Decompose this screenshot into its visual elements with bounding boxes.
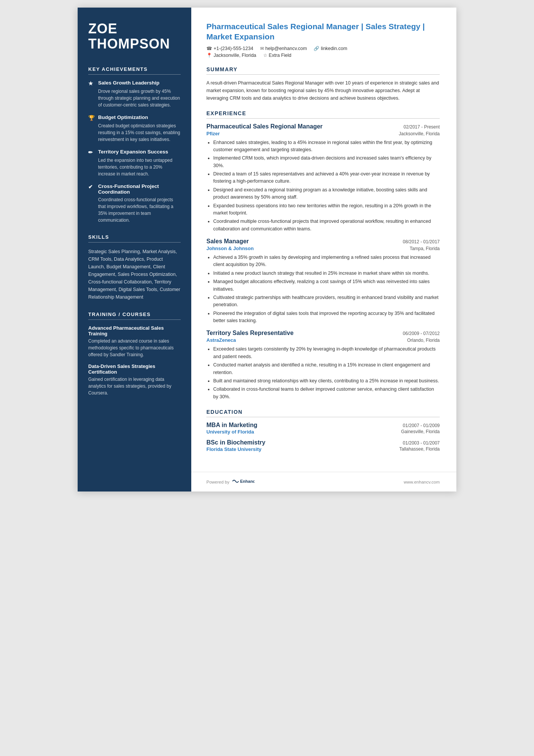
edu-school-1: University of Florida	[206, 429, 254, 435]
exp-bullets-2: Achieved a 35% growth in sales by develo…	[206, 254, 440, 324]
check-icon: ✔	[88, 184, 95, 190]
exp-title-3: Territory Sales Representative	[206, 330, 294, 337]
training-title: TRAINING / COURSES	[88, 311, 181, 320]
svg-text:Enhancv: Enhancv	[240, 479, 255, 484]
edu-location-2: Tallahassee, Florida	[399, 446, 440, 452]
exp-date-2: 08/2012 - 01/2017	[403, 239, 440, 244]
training-desc-1: Completed an advanced course in sales me…	[88, 338, 181, 358]
edu-date-1: 01/2007 - 01/2009	[403, 423, 440, 428]
bullet-1-5: Expanded business operations into two ne…	[213, 202, 440, 217]
edu-school-2: Florida State University	[206, 446, 261, 452]
exp-sub-1: Pfizer Jacksonville, Florida	[206, 131, 440, 136]
edu-degree-1: MBA in Marketing	[206, 422, 258, 429]
achievements-section: KEY ACHIEVEMENTS ★ Sales Growth Leadersh…	[88, 66, 181, 224]
bullet-2-4: Cultivated strategic partnerships with h…	[213, 294, 440, 309]
contact-row-2: 📍 Jacksonville, Florida ☆ Extra Field	[206, 53, 440, 58]
contact-phone-text: +1-(234)-555-1234	[214, 46, 253, 51]
exp-title-2: Sales Manager	[206, 238, 249, 245]
bullet-2-5: Pioneered the integration of digital sal…	[213, 310, 440, 325]
training-title-1: Advanced Pharmaceutical Sales Training	[88, 325, 181, 337]
exp-title-1: Pharmaceutical Sales Regional Manager	[206, 123, 323, 130]
training-item-1: Advanced Pharmaceutical Sales Training C…	[88, 325, 181, 358]
main-header-title: Pharmaceutical Sales Regional Manager | …	[206, 21, 440, 42]
contact-row: ☎ +1-(234)-555-1234 ✉ help@enhancv.com 🔗…	[206, 46, 440, 51]
achievement-item-3: ✏ Territory Expansion Success Led the ex…	[88, 149, 181, 177]
contact-location-text: Jacksonville, Florida	[214, 53, 256, 58]
bullet-3-4: Collaborated in cross-functional teams t…	[213, 386, 440, 401]
main-content: Pharmaceutical Sales Regional Manager | …	[191, 8, 456, 472]
linkedin-icon: 🔗	[314, 46, 319, 51]
footer-website: www.enhancv.com	[404, 480, 440, 484]
candidate-name: ZOE THOMPSON	[88, 21, 181, 51]
achievement-title-3: Territory Expansion Success	[98, 149, 168, 155]
contact-linkedin-text: linkedin.com	[321, 46, 347, 51]
exp-header-2: Sales Manager 08/2012 - 01/2017	[206, 238, 440, 245]
achievement-item-2: 🏆 Budget Optimization Created budget opt…	[88, 114, 181, 143]
exp-date-1: 02/2017 - Present	[404, 124, 440, 130]
exp-sub-2: Johnson & Johnson Tampa, Florida	[206, 246, 440, 251]
exp-company-1: Pfizer	[206, 131, 220, 136]
bullet-3-1: Exceeded sales targets consistently by 2…	[213, 346, 440, 360]
powered-by-label: Powered by	[206, 480, 230, 484]
training-item-2: Data-Driven Sales Strategies Certificati…	[88, 363, 181, 396]
bullet-3-2: Conducted market analysis and identified…	[213, 362, 440, 376]
bullet-2-1: Achieved a 35% growth in sales by develo…	[213, 254, 440, 269]
summary-text: A result-driven Pharmaceutical Sales Reg…	[206, 79, 440, 102]
contact-extra-text: Extra Field	[269, 53, 292, 58]
exp-header-1: Pharmaceutical Sales Regional Manager 02…	[206, 123, 440, 130]
bullet-1-6: Coordinated multiple cross-functional pr…	[213, 218, 440, 233]
enhancv-logo: Enhancv	[232, 478, 255, 485]
bullet-1-2: Implemented CRM tools, which improved da…	[213, 155, 440, 169]
contact-extra: ☆ Extra Field	[263, 53, 292, 58]
skills-title: SKILLS	[88, 234, 181, 243]
edu-sub-1: University of Florida Gainesville, Flori…	[206, 429, 440, 435]
edu-row-1: MBA in Marketing 01/2007 - 01/2009	[206, 422, 440, 429]
bullet-1-4: Designed and executed a regional trainin…	[213, 186, 440, 201]
exp-company-3: AstraZeneca	[206, 337, 236, 343]
star-icon: ★	[88, 80, 95, 86]
bullet-2-3: Managed budget allocations effectively, …	[213, 278, 440, 293]
contact-location: 📍 Jacksonville, Florida	[206, 53, 256, 58]
achievement-item-1: ★ Sales Growth Leadership Drove regional…	[88, 80, 181, 108]
achievement-title-1: Sales Growth Leadership	[98, 80, 159, 86]
skills-text: Strategic Sales Planning, Market Analysi…	[88, 248, 181, 301]
contact-linkedin: 🔗 linkedin.com	[314, 46, 347, 51]
edu-row-2: BSc in Biochemistry 01/2003 - 01/2007	[206, 439, 440, 446]
edu-location-1: Gainesville, Florida	[401, 429, 440, 435]
exp-location-3: Orlando, Florida	[407, 338, 440, 343]
location-icon: 📍	[206, 53, 212, 58]
achievement-text-2: Created budget optimization strategies r…	[88, 122, 181, 143]
pen-icon: ✏	[88, 149, 95, 155]
achievement-item-4: ✔ Cross-Functional Project Coordination …	[88, 183, 181, 224]
exp-company-2: Johnson & Johnson	[206, 246, 254, 251]
skills-section: SKILLS Strategic Sales Planning, Market …	[88, 234, 181, 301]
resume-container: ZOE THOMPSON KEY ACHIEVEMENTS ★ Sales Gr…	[78, 8, 456, 491]
education-title: EDUCATION	[206, 409, 440, 417]
edu-degree-2: BSc in Biochemistry	[206, 439, 265, 446]
exp-location-2: Tampa, Florida	[410, 246, 440, 251]
exp-header-3: Territory Sales Representative 06/2009 -…	[206, 330, 440, 337]
exp-sub-3: AstraZeneca Orlando, Florida	[206, 337, 440, 343]
training-desc-2: Gained certification in leveraging data …	[88, 376, 181, 396]
contact-phone: ☎ +1-(234)-555-1234	[206, 46, 253, 51]
footer-left: Powered by Enhancv	[206, 478, 255, 485]
training-title-2: Data-Driven Sales Strategies Certificati…	[88, 363, 181, 375]
contact-email: ✉ help@enhancv.com	[260, 46, 307, 51]
achievement-title-2: Budget Optimization	[98, 114, 148, 120]
footer: Powered by Enhancv www.enhancv.com	[191, 472, 456, 491]
achievement-text-4: Coordinated cross-functional projects th…	[88, 196, 181, 224]
sidebar: ZOE THOMPSON KEY ACHIEVEMENTS ★ Sales Gr…	[78, 8, 191, 491]
exp-location-1: Jacksonville, Florida	[399, 131, 440, 136]
email-icon: ✉	[260, 46, 264, 51]
exp-bullets-1: Enhanced sales strategies, leading to a …	[206, 139, 440, 233]
experience-title: EXPERIENCE	[206, 110, 440, 119]
edu-date-2: 01/2003 - 01/2007	[403, 440, 440, 446]
achievements-title: KEY ACHIEVEMENTS	[88, 66, 181, 75]
trophy-icon: 🏆	[88, 115, 95, 121]
phone-icon: ☎	[206, 46, 212, 51]
achievement-text-1: Drove regional sales growth by 45% throu…	[88, 88, 181, 108]
training-section: TRAINING / COURSES Advanced Pharmaceutic…	[88, 311, 181, 396]
edu-sub-2: Florida State University Tallahassee, Fl…	[206, 446, 440, 452]
bullet-2-2: Initiated a new product launch strategy …	[213, 270, 440, 277]
bullet-3-3: Built and maintained strong relationship…	[213, 377, 440, 385]
